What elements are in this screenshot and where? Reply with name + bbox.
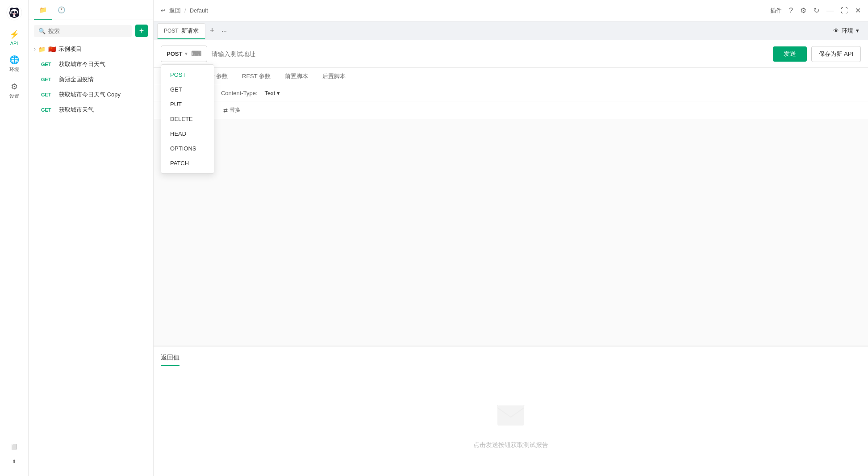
- tab-files[interactable]: 📁: [34, 0, 52, 20]
- separator: /: [184, 7, 186, 14]
- request-tabs: 请求体 Query 参数 REST 参数 前置脚本 后置脚本: [154, 68, 868, 85]
- response-section: 返回值: [154, 346, 868, 370]
- api-name-3: 获取城市今日天气 Copy: [59, 91, 121, 99]
- svg-rect-12: [497, 405, 524, 426]
- tab-history[interactable]: 🕐: [52, 0, 71, 20]
- back-label[interactable]: 返回: [169, 7, 181, 15]
- tab-method-label: POST: [164, 28, 179, 34]
- sidebar-item-api-label: API: [10, 41, 18, 46]
- close-icon[interactable]: ✕: [855, 6, 861, 15]
- env-label: 环境: [842, 27, 853, 35]
- search-bar: 🔍 +: [29, 20, 153, 42]
- save-button[interactable]: 保存为新 API: [811, 46, 861, 62]
- svg-point-10: [10, 13, 13, 17]
- method-selector[interactable]: POST ▾ ⌨: [161, 46, 207, 62]
- chevron-right-icon: ›: [34, 46, 36, 52]
- editor-toolbar: ⎘ 复制 🔍 搜索 ⇄ 替换: [154, 101, 868, 119]
- replace-icon: ⇄: [223, 107, 228, 113]
- method-badge-3: GET: [41, 92, 55, 97]
- dropdown-item-post[interactable]: POST: [161, 67, 214, 82]
- svg-point-8: [16, 12, 17, 13]
- env-selector[interactable]: 👁 环境 ▾: [828, 27, 864, 35]
- api-name-1: 获取城市今日天气: [59, 60, 105, 68]
- content-type-chevron-icon: ▾: [277, 90, 280, 96]
- req-tab-rest[interactable]: REST 参数: [236, 68, 277, 85]
- search-input[interactable]: [48, 28, 127, 34]
- send-button[interactable]: 发送: [773, 46, 807, 62]
- folder-name: 示例项目: [58, 45, 82, 53]
- method-badge-1: GET: [41, 62, 55, 67]
- sidebar-item-env[interactable]: 🌐 环境: [0, 50, 28, 77]
- refresh-icon[interactable]: ↻: [814, 6, 819, 15]
- api-item-2[interactable]: GET 新冠全国疫情: [29, 72, 153, 87]
- flag-icon: 🇨🇳: [48, 46, 56, 53]
- cursor-indicator: ⌨: [191, 50, 201, 58]
- sidebar-item-settings[interactable]: ⚙ 设置: [0, 77, 28, 104]
- content-type-value: Text: [265, 90, 275, 96]
- nav-bottom-1[interactable]: ⬜: [0, 439, 28, 454]
- content-type-select[interactable]: Text ▾: [265, 90, 280, 96]
- content-type-label: Content-Type:: [221, 90, 258, 96]
- dropdown-item-head[interactable]: HEAD: [161, 126, 214, 141]
- main-content: ↩ 返回 / Default 插件 ? ⚙ ↻ — ⛶ ✕ POST 新请求 +…: [154, 0, 868, 476]
- dropdown-item-options[interactable]: OPTIONS: [161, 141, 214, 156]
- method-chevron-icon: ▾: [185, 51, 188, 57]
- search-icon: 🔍: [38, 28, 46, 34]
- api-name-4: 获取城市天气: [59, 106, 94, 114]
- empty-message: 点击发送按钮获取测试报告: [473, 441, 548, 449]
- method-badge-2: GET: [41, 77, 55, 82]
- tab-new-request[interactable]: POST 新请求: [157, 23, 205, 39]
- side-panel-tabs: 📁 🕐: [29, 0, 153, 20]
- sidebar-item-settings-label: 设置: [9, 93, 19, 100]
- code-editor[interactable]: [154, 119, 868, 346]
- settings-icon: ⚙: [11, 82, 18, 92]
- svg-point-7: [13, 12, 13, 13]
- add-tab-button[interactable]: +: [207, 26, 217, 35]
- api-icon: ⚡: [9, 29, 19, 39]
- tab-name-label: 新请求: [181, 27, 199, 35]
- search-input-wrap: 🔍: [34, 25, 132, 37]
- url-input[interactable]: [212, 50, 768, 58]
- api-item-3[interactable]: GET 获取城市今日天气 Copy: [29, 87, 153, 102]
- add-button[interactable]: +: [135, 25, 148, 37]
- dropdown-item-delete[interactable]: DELETE: [161, 112, 214, 126]
- project-name: Default: [190, 7, 208, 14]
- breadcrumb: ↩ 返回 / Default: [161, 7, 208, 15]
- more-tabs-button[interactable]: ···: [219, 27, 230, 34]
- app-logo[interactable]: [5, 4, 23, 21]
- dropdown-item-put[interactable]: PUT: [161, 97, 214, 112]
- sidebar-item-api[interactable]: ⚡ API: [0, 25, 28, 50]
- method-badge-4: GET: [41, 107, 55, 113]
- api-item-1[interactable]: GET 获取城市今日天气: [29, 57, 153, 72]
- help-icon[interactable]: ?: [789, 7, 793, 15]
- folder-item[interactable]: › 📁 🇨🇳 示例项目: [29, 42, 153, 57]
- svg-point-11: [15, 13, 19, 17]
- sidebar-item-env-label: 环境: [9, 66, 19, 73]
- gear-icon[interactable]: ⚙: [800, 6, 806, 15]
- method-dropdown: POST GET PUT DELETE HEAD OPTIONS PATCH: [161, 64, 214, 174]
- layout-icon: ⬜: [11, 444, 17, 450]
- api-item-4[interactable]: GET 获取城市天气: [29, 102, 153, 117]
- title-bar-actions: 插件 ? ⚙ ↻ — ⛶ ✕: [770, 6, 861, 15]
- title-bar: ↩ 返回 / Default 插件 ? ⚙ ↻ — ⛶ ✕: [154, 0, 868, 21]
- dropdown-item-patch[interactable]: PATCH: [161, 156, 214, 171]
- dropdown-item-get[interactable]: GET: [161, 82, 214, 97]
- replace-button[interactable]: ⇄ 替换: [221, 105, 243, 115]
- nav-bottom-2[interactable]: ⬆: [0, 454, 28, 469]
- response-title: 返回值: [161, 354, 179, 366]
- files-tab-icon: 📁: [39, 6, 47, 13]
- request-panel: POST ▾ ⌨ POST GET PUT DELETE HEAD OPTION…: [154, 40, 868, 476]
- svg-point-9: [13, 13, 16, 15]
- req-tab-pre[interactable]: 前置脚本: [279, 68, 314, 85]
- upload-icon: ⬆: [12, 459, 16, 464]
- empty-state: 点击发送按钮获取测试报告: [154, 370, 868, 476]
- maximize-icon[interactable]: ⛶: [841, 7, 848, 15]
- body-toolbar: Raw Binary Content-Type: Text ▾: [154, 85, 868, 101]
- plugins-label[interactable]: 插件: [770, 7, 782, 15]
- tree: › 📁 🇨🇳 示例项目 GET 获取城市今日天气 GET 新冠全国疫情 GET …: [29, 42, 153, 117]
- minimize-icon[interactable]: —: [826, 7, 834, 15]
- api-name-2: 新冠全国疫情: [59, 75, 94, 84]
- empty-icon: [493, 397, 529, 434]
- folder-icon: 📁: [38, 46, 46, 53]
- req-tab-post[interactable]: 后置脚本: [316, 68, 352, 85]
